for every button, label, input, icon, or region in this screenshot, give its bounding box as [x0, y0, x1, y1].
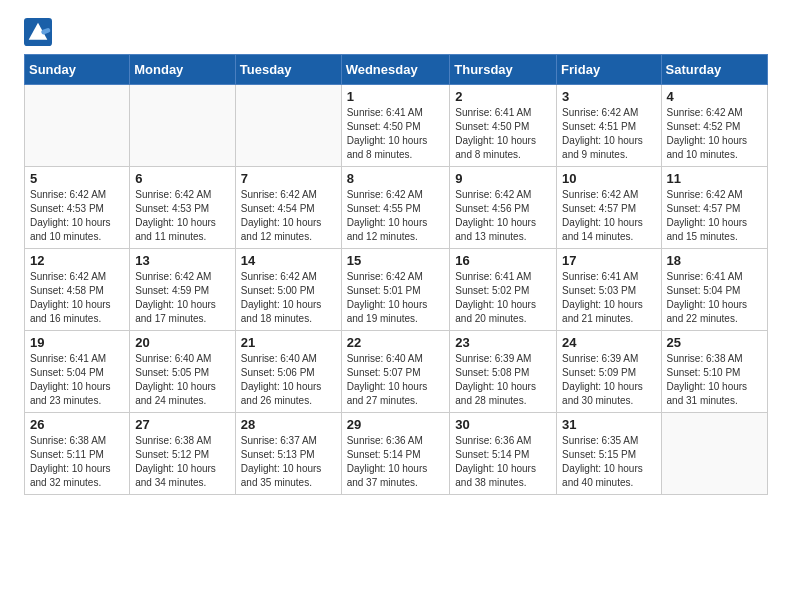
day-detail: Sunrise: 6:40 AM Sunset: 5:07 PM Dayligh…	[347, 352, 445, 408]
calendar-cell: 7Sunrise: 6:42 AM Sunset: 4:54 PM Daylig…	[235, 167, 341, 249]
day-number: 29	[347, 417, 445, 432]
day-detail: Sunrise: 6:39 AM Sunset: 5:08 PM Dayligh…	[455, 352, 551, 408]
day-number: 2	[455, 89, 551, 104]
day-detail: Sunrise: 6:40 AM Sunset: 5:06 PM Dayligh…	[241, 352, 336, 408]
day-detail: Sunrise: 6:41 AM Sunset: 4:50 PM Dayligh…	[347, 106, 445, 162]
day-number: 8	[347, 171, 445, 186]
calendar-cell: 26Sunrise: 6:38 AM Sunset: 5:11 PM Dayli…	[25, 413, 130, 495]
day-detail: Sunrise: 6:38 AM Sunset: 5:10 PM Dayligh…	[667, 352, 762, 408]
day-number: 19	[30, 335, 124, 350]
day-number: 20	[135, 335, 230, 350]
calendar-cell: 8Sunrise: 6:42 AM Sunset: 4:55 PM Daylig…	[341, 167, 450, 249]
day-detail: Sunrise: 6:38 AM Sunset: 5:12 PM Dayligh…	[135, 434, 230, 490]
day-detail: Sunrise: 6:40 AM Sunset: 5:05 PM Dayligh…	[135, 352, 230, 408]
day-number: 26	[30, 417, 124, 432]
calendar-cell: 6Sunrise: 6:42 AM Sunset: 4:53 PM Daylig…	[130, 167, 236, 249]
week-row-3: 12Sunrise: 6:42 AM Sunset: 4:58 PM Dayli…	[25, 249, 768, 331]
day-number: 11	[667, 171, 762, 186]
day-number: 27	[135, 417, 230, 432]
day-number: 22	[347, 335, 445, 350]
day-detail: Sunrise: 6:41 AM Sunset: 5:03 PM Dayligh…	[562, 270, 655, 326]
day-detail: Sunrise: 6:42 AM Sunset: 4:54 PM Dayligh…	[241, 188, 336, 244]
day-number: 23	[455, 335, 551, 350]
calendar-cell: 20Sunrise: 6:40 AM Sunset: 5:05 PM Dayli…	[130, 331, 236, 413]
day-number: 24	[562, 335, 655, 350]
weekday-friday: Friday	[557, 55, 661, 85]
calendar-cell: 14Sunrise: 6:42 AM Sunset: 5:00 PM Dayli…	[235, 249, 341, 331]
day-detail: Sunrise: 6:41 AM Sunset: 5:04 PM Dayligh…	[30, 352, 124, 408]
day-detail: Sunrise: 6:37 AM Sunset: 5:13 PM Dayligh…	[241, 434, 336, 490]
calendar-cell: 21Sunrise: 6:40 AM Sunset: 5:06 PM Dayli…	[235, 331, 341, 413]
week-row-2: 5Sunrise: 6:42 AM Sunset: 4:53 PM Daylig…	[25, 167, 768, 249]
day-detail: Sunrise: 6:42 AM Sunset: 4:53 PM Dayligh…	[30, 188, 124, 244]
day-detail: Sunrise: 6:42 AM Sunset: 4:51 PM Dayligh…	[562, 106, 655, 162]
day-number: 4	[667, 89, 762, 104]
week-row-5: 26Sunrise: 6:38 AM Sunset: 5:11 PM Dayli…	[25, 413, 768, 495]
day-detail: Sunrise: 6:42 AM Sunset: 4:56 PM Dayligh…	[455, 188, 551, 244]
day-detail: Sunrise: 6:42 AM Sunset: 4:52 PM Dayligh…	[667, 106, 762, 162]
calendar-cell	[661, 413, 767, 495]
day-number: 21	[241, 335, 336, 350]
day-detail: Sunrise: 6:42 AM Sunset: 4:57 PM Dayligh…	[667, 188, 762, 244]
calendar-cell: 9Sunrise: 6:42 AM Sunset: 4:56 PM Daylig…	[450, 167, 557, 249]
weekday-tuesday: Tuesday	[235, 55, 341, 85]
calendar-cell: 1Sunrise: 6:41 AM Sunset: 4:50 PM Daylig…	[341, 85, 450, 167]
calendar-cell: 2Sunrise: 6:41 AM Sunset: 4:50 PM Daylig…	[450, 85, 557, 167]
day-number: 1	[347, 89, 445, 104]
weekday-monday: Monday	[130, 55, 236, 85]
calendar-cell	[25, 85, 130, 167]
calendar-cell: 16Sunrise: 6:41 AM Sunset: 5:02 PM Dayli…	[450, 249, 557, 331]
day-number: 31	[562, 417, 655, 432]
week-row-4: 19Sunrise: 6:41 AM Sunset: 5:04 PM Dayli…	[25, 331, 768, 413]
day-number: 16	[455, 253, 551, 268]
day-detail: Sunrise: 6:36 AM Sunset: 5:14 PM Dayligh…	[347, 434, 445, 490]
day-number: 17	[562, 253, 655, 268]
day-detail: Sunrise: 6:42 AM Sunset: 4:57 PM Dayligh…	[562, 188, 655, 244]
day-detail: Sunrise: 6:38 AM Sunset: 5:11 PM Dayligh…	[30, 434, 124, 490]
day-detail: Sunrise: 6:42 AM Sunset: 4:58 PM Dayligh…	[30, 270, 124, 326]
calendar-cell: 17Sunrise: 6:41 AM Sunset: 5:03 PM Dayli…	[557, 249, 661, 331]
day-detail: Sunrise: 6:42 AM Sunset: 5:00 PM Dayligh…	[241, 270, 336, 326]
weekday-sunday: Sunday	[25, 55, 130, 85]
day-number: 25	[667, 335, 762, 350]
calendar-cell: 25Sunrise: 6:38 AM Sunset: 5:10 PM Dayli…	[661, 331, 767, 413]
day-number: 13	[135, 253, 230, 268]
calendar-body: 1Sunrise: 6:41 AM Sunset: 4:50 PM Daylig…	[25, 85, 768, 495]
day-detail: Sunrise: 6:35 AM Sunset: 5:15 PM Dayligh…	[562, 434, 655, 490]
day-detail: Sunrise: 6:41 AM Sunset: 4:50 PM Dayligh…	[455, 106, 551, 162]
calendar-table: SundayMondayTuesdayWednesdayThursdayFrid…	[24, 54, 768, 495]
logo-icon	[24, 18, 52, 46]
calendar-header: SundayMondayTuesdayWednesdayThursdayFrid…	[25, 55, 768, 85]
calendar-cell: 18Sunrise: 6:41 AM Sunset: 5:04 PM Dayli…	[661, 249, 767, 331]
day-number: 14	[241, 253, 336, 268]
day-detail: Sunrise: 6:42 AM Sunset: 5:01 PM Dayligh…	[347, 270, 445, 326]
day-detail: Sunrise: 6:41 AM Sunset: 5:04 PM Dayligh…	[667, 270, 762, 326]
calendar-cell: 23Sunrise: 6:39 AM Sunset: 5:08 PM Dayli…	[450, 331, 557, 413]
calendar-cell: 11Sunrise: 6:42 AM Sunset: 4:57 PM Dayli…	[661, 167, 767, 249]
calendar-cell: 4Sunrise: 6:42 AM Sunset: 4:52 PM Daylig…	[661, 85, 767, 167]
weekday-thursday: Thursday	[450, 55, 557, 85]
logo	[24, 18, 56, 46]
day-number: 6	[135, 171, 230, 186]
calendar-cell	[235, 85, 341, 167]
day-number: 10	[562, 171, 655, 186]
day-number: 15	[347, 253, 445, 268]
week-row-1: 1Sunrise: 6:41 AM Sunset: 4:50 PM Daylig…	[25, 85, 768, 167]
day-number: 30	[455, 417, 551, 432]
calendar-cell: 29Sunrise: 6:36 AM Sunset: 5:14 PM Dayli…	[341, 413, 450, 495]
calendar-cell	[130, 85, 236, 167]
calendar-cell: 31Sunrise: 6:35 AM Sunset: 5:15 PM Dayli…	[557, 413, 661, 495]
day-detail: Sunrise: 6:42 AM Sunset: 4:55 PM Dayligh…	[347, 188, 445, 244]
weekday-wednesday: Wednesday	[341, 55, 450, 85]
day-number: 3	[562, 89, 655, 104]
day-detail: Sunrise: 6:39 AM Sunset: 5:09 PM Dayligh…	[562, 352, 655, 408]
calendar-cell: 19Sunrise: 6:41 AM Sunset: 5:04 PM Dayli…	[25, 331, 130, 413]
day-number: 12	[30, 253, 124, 268]
weekday-saturday: Saturday	[661, 55, 767, 85]
calendar-cell: 30Sunrise: 6:36 AM Sunset: 5:14 PM Dayli…	[450, 413, 557, 495]
calendar-cell: 13Sunrise: 6:42 AM Sunset: 4:59 PM Dayli…	[130, 249, 236, 331]
calendar-cell: 22Sunrise: 6:40 AM Sunset: 5:07 PM Dayli…	[341, 331, 450, 413]
calendar-cell: 12Sunrise: 6:42 AM Sunset: 4:58 PM Dayli…	[25, 249, 130, 331]
day-detail: Sunrise: 6:41 AM Sunset: 5:02 PM Dayligh…	[455, 270, 551, 326]
calendar-cell: 28Sunrise: 6:37 AM Sunset: 5:13 PM Dayli…	[235, 413, 341, 495]
